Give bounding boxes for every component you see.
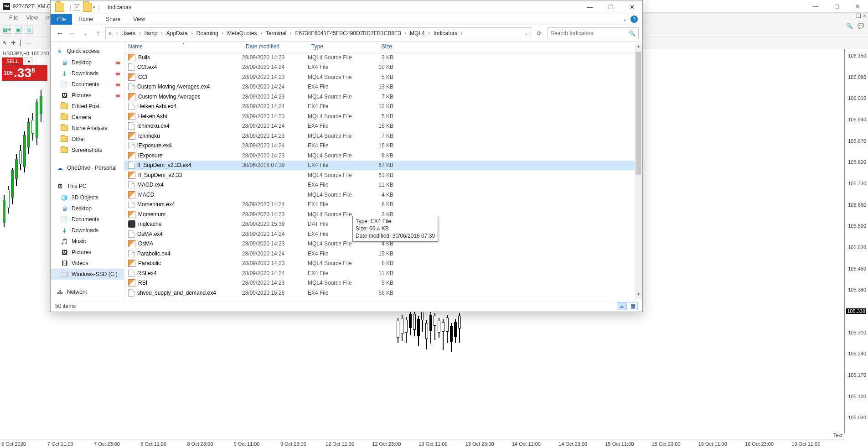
up-button[interactable]: ↑ [93, 29, 103, 37]
sell-price[interactable]: 105 .33 8 [2, 65, 47, 81]
sell-dropdown[interactable]: ▾ [25, 57, 33, 65]
chevron-right-icon[interactable]: › [159, 31, 164, 36]
scroll-up-icon[interactable]: ▴ [635, 43, 642, 51]
nav-pinned-item[interactable]: Other [51, 134, 124, 145]
file-row[interactable]: Parabolic28/09/2020 14:23MQL4 Source Fil… [124, 259, 642, 269]
file-row[interactable]: CCI28/09/2020 14:23MQL4 Source File5 KB [124, 72, 642, 82]
chevron-right-icon[interactable]: › [220, 31, 225, 36]
tab-view[interactable]: View [127, 14, 151, 25]
profiles-icon[interactable]: ▣ [14, 26, 22, 34]
network-header[interactable]: Network [51, 286, 124, 298]
chat-icon[interactable]: 💬 [858, 23, 864, 29]
minimize-button[interactable]: — [579, 0, 600, 14]
search-box[interactable]: Search Indicators 🔍 [548, 27, 639, 39]
file-row[interactable]: Bulls28/09/2020 14:23MQL4 Source File3 K… [124, 52, 642, 63]
file-row[interactable]: Custom Moving Averages.ex428/09/2020 14:… [124, 82, 642, 92]
nav-pinned-item[interactable]: Edited Post [51, 101, 124, 112]
file-row[interactable]: Parabolic.ex428/09/2020 14:24EX4 File15 … [124, 249, 642, 259]
file-row[interactable]: MACDMQL4 Source File4 KB [124, 190, 642, 200]
chevron-right-icon[interactable]: › [427, 31, 432, 36]
chevron-right-icon[interactable]: › [189, 31, 194, 36]
nav-pc-item[interactable]: Videos [51, 258, 124, 269]
refresh-button[interactable]: ⟳ [533, 30, 546, 36]
breadcrumb[interactable]: « ›Users›liamp›AppData›Roaming›MetaQuote… [105, 27, 531, 39]
nav-pinned-item[interactable]: Desktop📌 [51, 57, 124, 68]
hline-icon[interactable]: — [26, 40, 32, 46]
file-row[interactable]: II_SupDem_v2.33.ex430/06/2018 07:39EX4 F… [124, 161, 642, 171]
tab-file[interactable]: File [51, 14, 72, 25]
market-watch-icon[interactable]: ⧉ [25, 26, 33, 34]
cursor-icon[interactable]: ↖ [3, 40, 7, 46]
nav-pinned-item[interactable]: Camera [51, 112, 124, 123]
chevron-right-icon[interactable]: › [259, 31, 264, 36]
file-row[interactable]: Ichimoku.ex428/09/2020 14:24EX4 File15 K… [124, 121, 642, 131]
back-button[interactable]: ← [54, 29, 65, 37]
breadcrumb-item[interactable]: Terminal [264, 30, 288, 36]
recent-dropdown[interactable]: ⌄ [80, 31, 91, 36]
address-dropdown[interactable]: ⌄ [522, 31, 531, 36]
nav-pinned-item[interactable]: Downloads📌 [51, 68, 124, 79]
tab-home[interactable]: Home [72, 14, 99, 25]
nav-pinned-item[interactable]: Screenshots [51, 145, 124, 156]
nav-pc-item[interactable]: Music [51, 236, 124, 247]
nav-pc-item[interactable]: Pictures [51, 247, 124, 258]
qa-save-icon[interactable]: ✓ [74, 4, 80, 10]
search-icon[interactable]: 🔍 [629, 30, 636, 36]
breadcrumb-item[interactable]: MetaQuotes [225, 30, 258, 36]
sell-button[interactable]: SELL [2, 57, 23, 65]
explorer-titlebar[interactable]: | ✓ ▾ | Indicators — ☐ ✕ [51, 0, 642, 14]
bg-menu-file[interactable]: File [9, 15, 18, 21]
onedrive-header[interactable]: OneDrive - Personal [51, 162, 124, 174]
thumbnails-view-button[interactable]: ▦ [628, 302, 638, 310]
nav-pinned-item[interactable]: Documents📌 [51, 79, 124, 90]
breadcrumb-item[interactable]: liamp [143, 30, 160, 36]
file-rows[interactable]: Bulls28/09/2020 14:23MQL4 Source File3 K… [124, 52, 642, 300]
column-date[interactable]: Date modified [242, 42, 308, 52]
breadcrumb-item[interactable]: E6734F6041F45FBC490D7BD7FB1CB8E3 [294, 30, 403, 36]
breadcrumb-overflow[interactable]: « [106, 30, 114, 36]
bg-mdi-close[interactable]: × [863, 13, 866, 19]
this-pc-header[interactable]: This PC [51, 180, 124, 192]
file-row[interactable]: Ichimoku28/09/2020 14:23MQL4 Source File… [124, 131, 642, 141]
chevron-right-icon[interactable]: › [137, 31, 142, 36]
scroll-thumb[interactable] [636, 52, 641, 175]
file-row[interactable]: shved_supply_and_demand.ex428/09/2020 15… [124, 288, 642, 298]
bg-maximize-button[interactable]: ▢ [826, 0, 847, 13]
file-row[interactable]: RSI28/09/2020 14:23MQL4 Source File5 KB [124, 278, 642, 288]
file-row[interactable]: MACD.ex4EX4 File11 KB [124, 180, 642, 190]
nav-pinned-item[interactable]: Pictures📌 [51, 90, 124, 101]
file-row[interactable]: Heiken Ashi.ex428/09/2020 14:24EX4 File1… [124, 102, 642, 112]
breadcrumb-item[interactable]: Roaming [195, 30, 220, 36]
nav-pc-item[interactable]: Desktop [51, 203, 124, 214]
tab-share[interactable]: Share [99, 14, 127, 25]
bg-mdi-min[interactable]: _ [851, 13, 854, 19]
chevron-right-icon[interactable]: › [288, 31, 293, 36]
column-name[interactable]: Name▴ [124, 42, 242, 52]
nav-pc-item[interactable]: Downloads [51, 225, 124, 236]
crosshair-icon[interactable]: ✛ [11, 40, 16, 46]
breadcrumb-item[interactable]: MQL4 [408, 30, 427, 36]
help-icon[interactable]: ? [630, 16, 638, 23]
qa-dropdown-icon[interactable]: ▾ [93, 5, 95, 10]
new-chart-icon[interactable]: ▦+ [3, 26, 11, 34]
bg-minimize-button[interactable]: — [805, 0, 826, 13]
file-row[interactable]: Momentum.ex428/09/2020 14:24EX4 File8 KB [124, 200, 642, 210]
column-type[interactable]: Type [308, 42, 362, 52]
nav-pc-item[interactable]: Documents [51, 214, 124, 225]
chevron-right-icon[interactable]: › [403, 31, 408, 36]
details-view-button[interactable]: ≣ [617, 302, 627, 310]
search-icon[interactable]: 🔍 [846, 23, 853, 29]
file-row[interactable]: Custom Moving Averages28/09/2020 14:23MQ… [124, 92, 642, 102]
file-row[interactable]: Heiken Ashi28/09/2020 14:23MQL4 Source F… [124, 111, 642, 121]
bg-menu-view[interactable]: View [26, 15, 38, 21]
vertical-scrollbar[interactable]: ▴ ▾ [635, 43, 642, 299]
bg-mdi-rest[interactable]: ❐ [856, 13, 861, 19]
chevron-right-icon[interactable]: › [114, 31, 119, 36]
nav-pinned-item[interactable]: Niche Analysis [51, 123, 124, 134]
breadcrumb-item[interactable]: AppData [165, 30, 190, 36]
scroll-down-icon[interactable]: ▾ [635, 292, 642, 299]
file-row[interactable]: RSI.ex428/09/2020 14:24EX4 File11 KB [124, 268, 642, 278]
file-row[interactable]: iExposure.ex428/09/2020 14:24EX4 File16 … [124, 141, 642, 151]
bg-close-button[interactable]: ✕ [847, 0, 868, 13]
file-row[interactable]: II_SupDem_v2.33MQL4 Source File61 KB [124, 170, 642, 180]
